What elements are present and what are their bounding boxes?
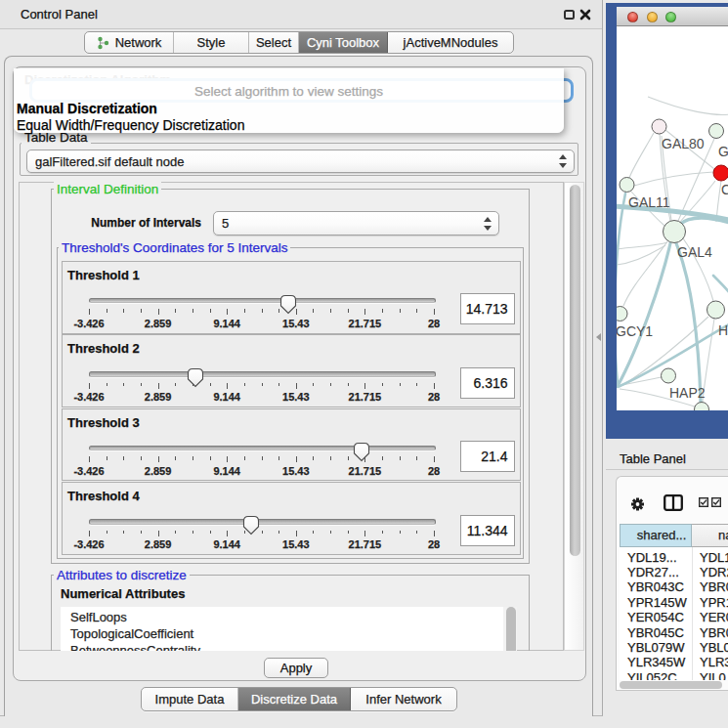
svg-text:GCY1: GCY1 xyxy=(617,323,653,339)
svg-text:H: H xyxy=(718,322,728,338)
svg-text:HAP2: HAP2 xyxy=(669,385,706,401)
svg-text:GAL80: GAL80 xyxy=(662,136,705,151)
svg-text:GA: GA xyxy=(718,144,728,159)
svg-text:C: C xyxy=(721,182,728,197)
svg-text:GAL11: GAL11 xyxy=(628,194,670,210)
svg-text:GAL4: GAL4 xyxy=(677,244,712,260)
